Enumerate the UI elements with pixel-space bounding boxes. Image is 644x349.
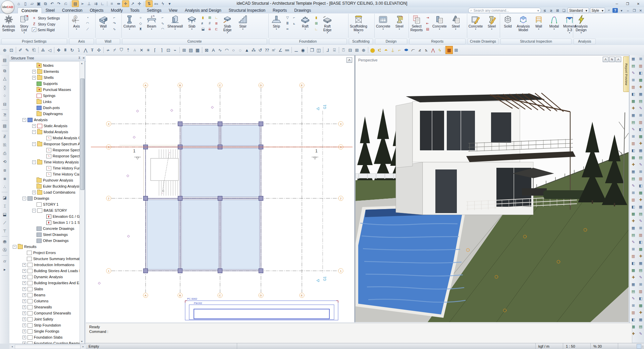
slope-edit-icon[interactable]: ⟋	[1, 219, 8, 226]
spline-icon[interactable]: ∿	[217, 46, 223, 54]
slab-drop-icon[interactable]: ⊏	[214, 27, 219, 32]
tab-steel[interactable]: Steel	[42, 7, 58, 13]
structure-tree-toggle-icon[interactable]: ▤	[1, 56, 8, 63]
tab-drawings[interactable]: Drawings	[290, 7, 315, 13]
layer-list-icon[interactable]: ≶	[542, 8, 547, 13]
lock-icon[interactable]: ⛉	[118, 46, 125, 54]
drawing-tool-icon[interactable]: ◧	[638, 70, 644, 76]
qat-dropdown-icon[interactable]: ▾	[166, 1, 173, 7]
idecad-logo[interactable]: ideCAD	[1, 0, 14, 14]
drawing-tool-icon[interactable]: ▩	[638, 302, 644, 309]
drawing-tool-icon[interactable]: ✚	[630, 105, 636, 111]
add-node-icon[interactable]: ⁘	[1, 92, 8, 99]
units-icon[interactable]: ㎜	[284, 46, 290, 54]
drawing-tool-icon[interactable]: ▥	[630, 197, 636, 203]
endpoint-snap-icon[interactable]: ↗	[129, 1, 136, 7]
drawing-tool-icon[interactable]: ⊞	[630, 190, 636, 196]
drawing-tool-icon[interactable]: ✚	[630, 274, 636, 281]
circle-icon[interactable]: ○	[230, 46, 237, 54]
tree-item-slabs[interactable]: +Slabs	[22, 286, 43, 292]
chamfer-icon[interactable]: ⌉	[158, 46, 165, 54]
corner-tool-icon[interactable]: ⌐	[396, 46, 403, 54]
steel-button[interactable]: Steel▾	[448, 14, 463, 30]
minimize-button[interactable]: ─	[612, 1, 622, 7]
drawing-tool-icon[interactable]: ✎	[630, 295, 636, 302]
grid-snap-icon[interactable]: ⌗	[109, 1, 115, 7]
tab-analysis-and-design[interactable]: Analysis and Design	[181, 7, 225, 13]
tree-item-joint-safety[interactable]: +Joint Safety	[22, 316, 53, 322]
semi-rigid-button[interactable]: ✓Semi Rigid	[32, 28, 60, 32]
steel-button[interactable]: Steel▾	[392, 14, 407, 30]
drawing-tool-icon[interactable]: ✚	[638, 197, 644, 203]
story-copy-tool-icon[interactable]: Ƶ	[1, 133, 8, 140]
object-info-icon[interactable]: ⁇	[264, 46, 270, 54]
circular-axis-icon[interactable]: ◠	[85, 21, 90, 26]
scroll-left-icon[interactable]: ◂	[10, 345, 14, 349]
zoom-extents-icon[interactable]: ⊡	[8, 46, 15, 54]
status-units[interactable]: kgf / m	[536, 343, 563, 349]
drawing-tool-icon[interactable]: ▦	[638, 91, 644, 97]
mirror-axis-icon[interactable]: Ŧ	[89, 46, 96, 54]
scaffolding-macro-button[interactable]: Scaffolding Macro▾	[349, 14, 368, 34]
tree-item-time-history-functions[interactable]: ∿Time History Functions	[42, 165, 80, 171]
zoom-window-icon[interactable]: ⊕	[1, 46, 8, 54]
mirror-icon[interactable]: ⋀	[82, 46, 89, 54]
report-doc-icon[interactable]: ▤	[425, 27, 430, 32]
find-icon[interactable]: ⌭	[1, 257, 8, 264]
collapse-icon[interactable]: −	[32, 209, 36, 212]
story-settings-button[interactable]: ≡Story Settings	[32, 15, 60, 20]
layer-stack-icon[interactable]: ≷	[548, 8, 554, 13]
mdi-restore-button[interactable]: ❐	[632, 8, 637, 13]
column-insert-icon[interactable]: ⌶	[1, 202, 8, 209]
expand-icon[interactable]: +	[22, 323, 26, 327]
chart-red-icon[interactable]: ⋀	[430, 46, 436, 54]
pin-icon[interactable]: ⊼	[77, 56, 82, 60]
drawing-tool-icon[interactable]: ▤	[630, 176, 636, 182]
tree-item-time-history-analysis[interactable]: −Time History Analysis	[32, 159, 79, 165]
chart-lin-icon[interactable]: ⦧	[410, 46, 416, 54]
drawing-tool-icon[interactable]: ◧	[638, 295, 644, 302]
waffle-slab-icon[interactable]: #	[207, 21, 212, 26]
tree-item-analysis[interactable]: −Analysis	[22, 117, 48, 123]
view-cube-button-λ[interactable]: Λ	[603, 57, 608, 62]
raft-corner-icon[interactable]: ∟	[314, 27, 319, 32]
scroll-up-icon[interactable]: ▲	[80, 61, 84, 65]
bell-pile-icon[interactable]: ⟀	[291, 21, 297, 26]
tree-item-concrete-drawings[interactable]: Concrete Drawings	[32, 226, 74, 232]
tree-item-steel-drawings[interactable]: Steel Drawings	[32, 232, 68, 238]
slab-insert-icon[interactable]: ⬓	[1, 211, 8, 218]
rotate-view-icon[interactable]: ↺	[257, 46, 264, 54]
report-export-icon[interactable]: ⇤	[425, 21, 430, 26]
tree-item-shearwalls[interactable]: +Shearwalls	[22, 304, 52, 310]
save-all-icon[interactable]: ⧉	[42, 1, 49, 7]
collapse-icon[interactable]: −	[22, 197, 26, 200]
arc-beam-icon[interactable]: ◠	[160, 27, 165, 32]
tree-item-building-irregularities-and-earth[interactable]: +Building Irregularities And Earth	[22, 280, 80, 286]
drawing-tool-icon[interactable]: ▥	[630, 253, 636, 259]
stair-button[interactable]: Stair▾	[235, 14, 250, 30]
expand-icon[interactable]: +	[32, 76, 36, 80]
sloped-axis-icon[interactable]: ⟋	[85, 27, 90, 32]
dropdown-arrow-icon[interactable]: ▾	[305, 28, 306, 30]
wall-table-icon[interactable]: ▤	[187, 46, 194, 54]
dropdown-arrow-icon[interactable]: ▾	[191, 28, 193, 30]
frame-box-icon[interactable]: ⊡	[165, 46, 172, 54]
slab-stair-icon[interactable]: ≣	[214, 21, 219, 26]
tree-item-project-errors[interactable]: Project Errors	[22, 250, 56, 256]
drawing-tool-icon[interactable]: ▦	[638, 260, 644, 266]
drawing-tool-icon[interactable]: ▩	[630, 211, 636, 217]
tree-item-beams[interactable]: +Beams	[22, 292, 45, 298]
drawing-tool-icon[interactable]: ▦	[630, 56, 636, 62]
slab-button[interactable]: Slab▾	[184, 14, 199, 30]
drawing-tool-icon[interactable]: ▦	[630, 225, 636, 231]
save-icon[interactable]: ▣	[36, 1, 42, 7]
plan-view-marker-button[interactable]: Λ	[346, 57, 352, 63]
drawing-tool-icon[interactable]: ✎	[638, 105, 644, 111]
collapse-icon[interactable]: −	[22, 118, 26, 122]
close-button[interactable]: ✕	[633, 1, 643, 7]
drawing-tool-icon[interactable]: ▥	[638, 119, 644, 126]
command-panel[interactable]: Ready Command :	[86, 323, 632, 345]
column-table-icon[interactable]: ⊞	[181, 46, 187, 54]
expand-icon[interactable]: +	[22, 330, 26, 333]
arc-icon[interactable]: ◠	[223, 46, 230, 54]
